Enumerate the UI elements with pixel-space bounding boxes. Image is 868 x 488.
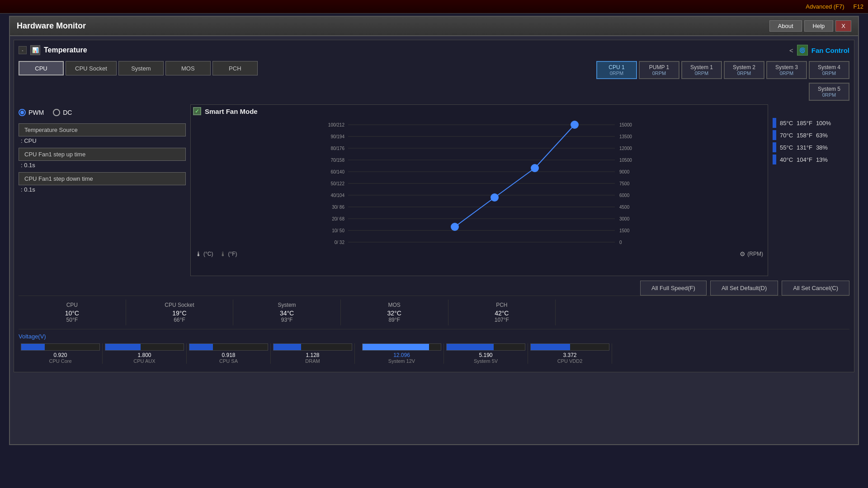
voltage-cpu-aux: 1.800 CPU AUX (103, 343, 187, 364)
svg-text:6000: 6000 (619, 193, 630, 198)
sensor-cpu: CPU 10°C 50°F (19, 300, 126, 325)
temp-btn-pch[interactable]: PCH (212, 61, 258, 75)
temp-btn-cpu[interactable]: CPU (19, 61, 64, 75)
fan-btn-sys2[interactable]: System 20RPM (724, 61, 764, 79)
svg-text:40/104: 40/104 (330, 193, 344, 198)
legend-row-4: 40°C 104°F 13% (773, 155, 849, 164)
smart-fan-title: Smart Fan Mode (205, 108, 258, 115)
smart-fan-checkbox[interactable]: ✓ (193, 107, 201, 115)
window-controls: About Help X (769, 20, 851, 32)
curve-point-3[interactable] (531, 164, 539, 172)
voltage-dram: 1.128 DRAM (271, 343, 355, 364)
legend-row-3: 55°C 131°F 38% (773, 142, 849, 152)
legend-row-2: 70°C 158°F 63% (773, 130, 849, 140)
voltage-system-5v: 5.190 System 5V (444, 343, 528, 364)
voltage-bar-5v (446, 343, 525, 351)
window-title: Hardware Monitor (17, 21, 86, 31)
svg-text:12000: 12000 (619, 146, 632, 151)
section-title-left: - 📊 Temperature (19, 45, 87, 55)
voltage-cpu-vdd2: 3.372 CPU VDD2 (528, 343, 612, 364)
svg-text:20/ 68: 20/ 68 (332, 216, 344, 221)
voltage-cpu-sa: 0.918 CPU SA (187, 343, 271, 364)
fan-btn-pump1[interactable]: PUMP 10RPM (639, 61, 679, 79)
legend-temps-4: 40°C 104°F (780, 156, 812, 163)
rpm-unit[interactable]: ⚙ (RPM) (740, 250, 763, 258)
temp-btn-mos[interactable]: MOS (165, 61, 211, 75)
temp-btn-cpu-socket[interactable]: CPU Socket (66, 61, 117, 75)
svg-text:4500: 4500 (619, 205, 630, 210)
main-grid: PWM DC Temperature Source : CPU CPU Fan1… (19, 104, 849, 276)
nav-back-arrow[interactable]: < (789, 47, 793, 54)
content-area: - 📊 Temperature < 🌀 Fan Control CPU CPU … (14, 40, 854, 372)
celsius-unit[interactable]: 🌡 (°C) (195, 250, 213, 258)
pwm-radio[interactable] (19, 109, 26, 116)
voltage-system-12v: 12.096 System 12V (360, 343, 444, 364)
svg-line-33 (455, 197, 495, 227)
step-down-setting[interactable]: CPU Fan1 step down time (19, 172, 186, 185)
dc-radio[interactable] (53, 109, 60, 116)
fahrenheit-unit[interactable]: 🌡 (°F) (220, 250, 237, 258)
step-up-setting[interactable]: CPU Fan1 step up time (19, 148, 186, 161)
svg-text:100/212: 100/212 (328, 122, 345, 127)
svg-text:3000: 3000 (619, 216, 630, 221)
section-collapse-btn[interactable]: - (19, 46, 27, 54)
temp-source-value: : CPU (19, 137, 186, 144)
svg-text:13500: 13500 (619, 134, 632, 139)
svg-text:80/176: 80/176 (330, 146, 344, 151)
all-full-speed-btn[interactable]: All Full Speed(F) (640, 281, 707, 296)
legend-bar-3 (773, 142, 776, 152)
voltage-section: Voltage(V) 0.920 CPU Core 1.800 CPU AUX (19, 329, 849, 367)
about-button[interactable]: About (769, 20, 802, 32)
step-down-value: : 0.1s (19, 186, 186, 193)
close-button[interactable]: X (835, 20, 851, 32)
svg-text:7500: 7500 (619, 181, 630, 186)
fan-btn-sys1[interactable]: System 10RPM (681, 61, 722, 79)
curve-point-4[interactable] (571, 121, 579, 129)
curve-point-1[interactable] (451, 223, 459, 231)
temp-btn-system[interactable]: System (118, 61, 164, 75)
voltage-cpu-core: 0.920 CPU Core (19, 343, 103, 364)
legend-row-1: 85°C 185°F 100% (773, 118, 849, 128)
voltage-bar-cpu-core (21, 343, 100, 351)
legend-temps-3: 55°C 131°F (780, 144, 812, 151)
right-legend: 85°C 185°F 100% 70°C 158°F 63% (773, 104, 849, 276)
fan-curve-chart[interactable]: .grid-line { stroke: #333; stroke-width:… (193, 117, 765, 249)
help-button[interactable]: Help (804, 20, 834, 32)
voltage-title: Voltage(V) (19, 333, 849, 340)
svg-text:30/ 86: 30/ 86 (332, 205, 344, 210)
top-bar: Advanced (F7) F12 (0, 0, 868, 14)
fan-btn-cpu1[interactable]: CPU 10RPM (596, 61, 637, 79)
dc-radio-label[interactable]: DC (53, 109, 72, 116)
svg-line-34 (495, 168, 535, 197)
chart-container: .grid-line { stroke: #333; stroke-width:… (193, 117, 765, 249)
fan-btn-sys5[interactable]: System 50RPM (809, 83, 849, 101)
svg-line-35 (535, 125, 575, 168)
svg-text:60/140: 60/140 (330, 169, 344, 174)
chart-panel: ✓ Smart Fan Mode .grid-line { stroke: #3… (190, 104, 768, 276)
svg-text:1500: 1500 (619, 228, 630, 233)
all-set-cancel-btn[interactable]: All Set Cancel(C) (782, 281, 849, 296)
window-title-bar: Hardware Monitor About Help X (10, 17, 858, 36)
fan-control-title: Fan Control (811, 47, 849, 54)
voltage-bar-dram (273, 343, 352, 351)
voltage-bar-cpu-aux (105, 343, 184, 351)
main-window: Hardware Monitor About Help X - 📊 Temper… (9, 16, 859, 445)
f12-label: F12 (854, 3, 863, 10)
curve-point-2[interactable] (491, 193, 499, 202)
fan-btn-sys4[interactable]: System 40RPM (809, 61, 849, 79)
pwm-radio-label[interactable]: PWM (19, 109, 44, 116)
voltage-bar-vdd2 (530, 343, 609, 351)
left-panel: PWM DC Temperature Source : CPU CPU Fan1… (19, 104, 186, 276)
fan-btn-sys3[interactable]: System 30RPM (766, 61, 807, 79)
temp-source-setting[interactable]: Temperature Source (19, 123, 186, 136)
legend-bar-1 (773, 118, 776, 128)
chart-footer: 🌡 (°C) 🌡 (°F) ⚙ (RPM) (193, 250, 765, 258)
temp-source-buttons: CPU CPU Socket System MOS PCH (19, 61, 299, 75)
svg-text:50/122: 50/122 (330, 181, 344, 186)
all-set-default-btn[interactable]: All Set Default(D) (710, 281, 778, 296)
chart-units: 🌡 (°C) 🌡 (°F) (195, 250, 237, 258)
pwm-dc-row: PWM DC (19, 109, 186, 116)
fan-control-nav: < 🌀 Fan Control (789, 45, 849, 56)
sensor-readings-row: CPU 10°C 50°F CPU Socket 19°C 66°F Syste… (19, 296, 849, 329)
sensor-cpu-socket: CPU Socket 19°C 66°F (126, 300, 234, 325)
